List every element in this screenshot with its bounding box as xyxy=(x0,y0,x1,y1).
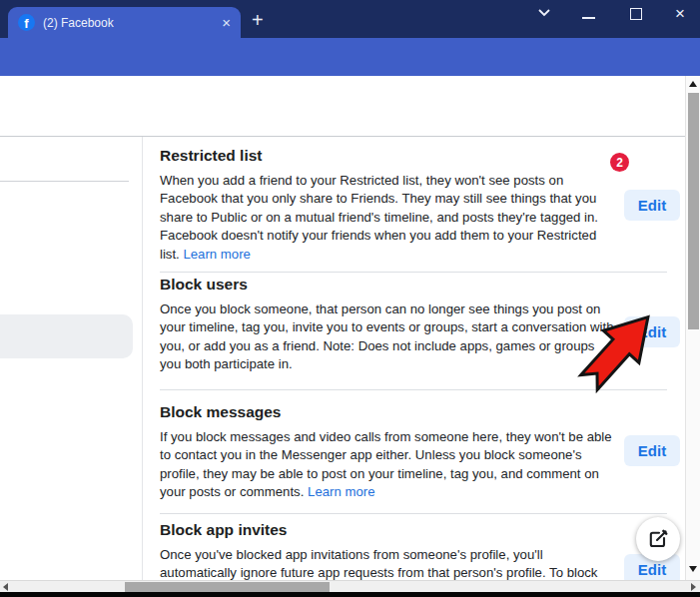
new-tab-icon[interactable]: + xyxy=(252,9,264,32)
learn-more-link[interactable]: Learn more xyxy=(183,247,250,262)
learn-more-link[interactable]: Learn more xyxy=(308,484,374,499)
scroll-up-icon[interactable] xyxy=(689,81,697,87)
section-title: Block messages xyxy=(160,403,619,421)
vertical-scrollbar[interactable] xyxy=(685,76,700,580)
sidebar-divider xyxy=(0,181,129,182)
section-body: Once you block someone, that person can … xyxy=(160,300,619,374)
vertical-scrollbar-thumb[interactable] xyxy=(688,93,699,329)
window-close-icon[interactable]: × xyxy=(675,4,685,24)
horizontal-scrollbar[interactable] xyxy=(0,580,700,592)
section-block-messages: Block messages If you block messages and… xyxy=(160,403,619,502)
section-title: Restricted list xyxy=(160,147,619,165)
browser-window: f (2) Facebook × + × ← → ↻ facebook.com/… xyxy=(0,0,700,597)
facebook-header: f + 2 xyxy=(0,76,700,137)
window-bottom-edge xyxy=(0,592,700,597)
section-body: If you block messages and video calls fr… xyxy=(160,428,619,502)
browser-tab[interactable]: f (2) Facebook × xyxy=(8,7,241,38)
section-body: When you add a friend to your Restricted… xyxy=(160,172,619,264)
scroll-down-icon[interactable] xyxy=(689,566,697,572)
facebook-favicon-icon: f xyxy=(18,14,35,31)
sidebar-content-divider xyxy=(142,137,143,580)
tab-title: (2) Facebook xyxy=(43,16,114,30)
red-pointer-arrow xyxy=(577,310,652,400)
section-divider xyxy=(160,272,667,273)
horizontal-scrollbar-thumb[interactable] xyxy=(125,582,330,592)
scroll-left-icon[interactable] xyxy=(3,583,8,591)
notification-badge: 2 xyxy=(610,153,629,172)
section-restricted-list: Restricted list When you add a friend to… xyxy=(160,147,619,264)
section-title: Block app invites xyxy=(160,521,619,539)
tab-close-icon[interactable]: × xyxy=(222,15,231,30)
window-minimize-icon[interactable] xyxy=(582,17,595,19)
browser-titlebar: f (2) Facebook × + × xyxy=(0,0,700,38)
scroll-right-icon[interactable] xyxy=(691,583,696,591)
section-title: Block users xyxy=(160,276,619,294)
window-maximize-icon[interactable] xyxy=(630,8,642,20)
section-block-users: Block users Once you block someone, that… xyxy=(160,276,619,374)
edit-block-messages-button[interactable]: Edit xyxy=(624,435,680,466)
compose-fab-icon xyxy=(647,528,669,550)
window-chevron-icon[interactable] xyxy=(537,8,551,17)
section-divider xyxy=(160,513,667,514)
browser-toolbar: ← → ↻ facebook.com/settings?tab=blocking… xyxy=(0,38,700,76)
sidebar-selected-item[interactable] xyxy=(0,314,133,358)
compose-fab[interactable] xyxy=(636,517,680,561)
edit-restricted-list-button[interactable]: Edit xyxy=(624,190,680,221)
